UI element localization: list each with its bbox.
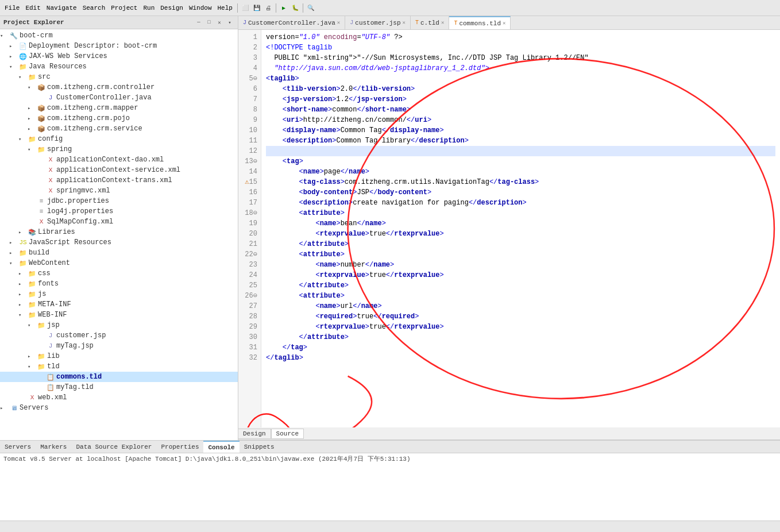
tree-item-build[interactable]: 📁build: [0, 248, 238, 258]
tree-item-jsp[interactable]: 📁jsp: [0, 320, 238, 330]
tab-customer-ctrl-tab[interactable]: JCustomerController.java✕: [238, 16, 345, 29]
toolbar-menu-edit[interactable]: Edit: [23, 5, 43, 11]
panel-maximize-btn[interactable]: □: [204, 18, 214, 27]
project-tree[interactable]: 🔧boot-crm📄Deployment Descriptor: boot-cr…: [0, 29, 238, 440]
expand-icon[interactable]: [28, 363, 37, 371]
toolbar-debug-btn[interactable]: 🐛: [290, 3, 300, 13]
tree-item-mytag-jsp[interactable]: JmyTag.jsp: [0, 341, 238, 351]
tab-close-btn[interactable]: ✕: [441, 20, 444, 26]
tree-item-servers[interactable]: 🖥Servers: [0, 403, 238, 413]
tree-item-customer-jsp[interactable]: Jcustomer.jsp: [0, 330, 238, 341]
toolbar-menu-file[interactable]: File: [2, 5, 22, 11]
source-tab[interactable]: Source: [271, 429, 304, 439]
tree-item-pkg-pojo[interactable]: 📦com.itzheng.crm.pojo: [0, 113, 238, 124]
bottom-tab-markers[interactable]: Markers: [36, 441, 71, 453]
toolbar-menu-help[interactable]: Help: [215, 5, 234, 11]
toolbar-menu-design[interactable]: Design: [158, 5, 186, 11]
design-tab[interactable]: Design: [238, 429, 271, 439]
toolbar-search-btn[interactable]: 🔍: [306, 3, 316, 13]
expand-icon[interactable]: [0, 404, 9, 412]
tree-item-css[interactable]: 📁css: [0, 268, 238, 279]
code-editor[interactable]: 12345⊖678910111213⊖14⚠15161718⊖19202122⊖…: [238, 30, 780, 427]
tree-item-pkg-mapper[interactable]: 📦com.itzheng.crm.mapper: [0, 103, 238, 113]
tree-item-libraries[interactable]: 📚Libraries: [0, 227, 238, 237]
expand-icon[interactable]: [28, 145, 37, 153]
expand-icon[interactable]: [18, 135, 28, 143]
expand-icon[interactable]: [18, 228, 28, 236]
tree-item-web-xml[interactable]: Xweb.xml: [0, 392, 238, 403]
expand-icon[interactable]: [28, 352, 37, 360]
tree-item-js-resources[interactable]: JSJavaScript Resources: [0, 237, 238, 248]
expand-icon[interactable]: [9, 52, 18, 60]
bottom-tab-properties[interactable]: Properties: [156, 441, 203, 453]
expand-icon[interactable]: [9, 249, 18, 257]
tree-item-web-inf[interactable]: 📁WEB-INF: [0, 310, 238, 320]
tree-item-tld-folder[interactable]: 📁tld: [0, 361, 238, 372]
tree-item-java-resources[interactable]: 📁Java Resources: [0, 61, 238, 72]
bottom-tab-servers[interactable]: Servers: [0, 441, 36, 453]
expand-icon[interactable]: [18, 311, 28, 319]
tree-item-sqlmapconfig[interactable]: XSqlMapConfig.xml: [0, 217, 238, 227]
expand-icon[interactable]: [18, 73, 28, 81]
expand-icon[interactable]: [9, 63, 18, 71]
tree-item-appctx-service[interactable]: XapplicationContext-service.xml: [0, 165, 238, 175]
expand-icon[interactable]: [9, 259, 18, 267]
tree-item-mytag-tld[interactable]: 📋myTag.tld: [0, 382, 238, 392]
tree-item-jdbc-prop[interactable]: ≡jdbc.properties: [0, 196, 238, 206]
toolbar-new-btn[interactable]: ⬜: [240, 3, 250, 13]
tree-item-appctx-dao[interactable]: XapplicationContext-dao.xml: [0, 155, 238, 165]
panel-menu-btn[interactable]: ▾: [225, 18, 234, 27]
tab-close-btn[interactable]: ✕: [337, 20, 340, 26]
tab-close-btn[interactable]: ✕: [403, 20, 406, 26]
tree-item-log4j-prop[interactable]: ≡log4j.properties: [0, 206, 238, 217]
tree-item-lib-folder[interactable]: 📁lib: [0, 351, 238, 361]
expand-icon[interactable]: [9, 42, 18, 50]
tab-customer-jsp-tab[interactable]: Jcustomer.jsp✕: [345, 16, 411, 29]
toolbar-menu-search[interactable]: Search: [80, 5, 108, 11]
expand-icon[interactable]: [28, 114, 37, 122]
bottom-tab-snippets[interactable]: Snippets: [240, 441, 279, 453]
tree-item-fonts[interactable]: 📁fonts: [0, 279, 238, 289]
tree-item-jax-ws[interactable]: 🌐JAX-WS Web Services: [0, 51, 238, 61]
expand-icon[interactable]: [0, 32, 9, 40]
toolbar-menu-run[interactable]: Run: [141, 5, 157, 11]
tab-c-tld-tab[interactable]: Tc.tld✕: [411, 16, 449, 29]
code-line-27: <name>url</name>: [266, 301, 775, 311]
expand-icon[interactable]: [28, 83, 37, 91]
expand-icon[interactable]: [18, 280, 28, 288]
tab-close-btn[interactable]: ✕: [503, 20, 505, 26]
tree-item-pkg-service[interactable]: 📦com.itzheng.crm.service: [0, 124, 238, 134]
tree-item-boot-crm[interactable]: 🔧boot-crm: [0, 30, 238, 41]
tree-item-deployment[interactable]: 📄Deployment Descriptor: boot-crm: [0, 41, 238, 51]
tree-item-pkg-controller[interactable]: 📦com.itzheng.crm.controller: [0, 82, 238, 92]
tree-item-src[interactable]: 📁src: [0, 72, 238, 82]
toolbar-run-btn[interactable]: ▶: [279, 3, 289, 13]
expand-icon[interactable]: [28, 125, 37, 133]
expand-icon[interactable]: [28, 104, 37, 112]
tree-item-customer-ctrl[interactable]: JCustomerController.java: [0, 92, 238, 103]
expand-icon[interactable]: [9, 238, 18, 246]
tree-item-appctx-trans[interactable]: XapplicationContext-trans.xml: [0, 175, 238, 186]
tree-item-meta-inf[interactable]: 📁META-INF: [0, 299, 238, 310]
tree-item-config[interactable]: 📁config: [0, 134, 238, 144]
tree-item-commons-tld[interactable]: 📋commons.tld: [0, 372, 238, 382]
expand-icon[interactable]: [18, 300, 28, 309]
tree-item-spring[interactable]: 📁spring: [0, 144, 238, 155]
bottom-tab-data-source-explorer[interactable]: Data Source Explorer: [71, 441, 156, 453]
panel-minimize-btn[interactable]: —: [194, 18, 203, 27]
tree-item-springmvc[interactable]: Xspringmvc.xml: [0, 186, 238, 196]
expand-icon[interactable]: [18, 269, 28, 277]
panel-close-btn[interactable]: ✕: [215, 18, 224, 27]
toolbar-menu-project[interactable]: Project: [109, 5, 140, 11]
tab-commons-tld-tab[interactable]: Tcommons.tld✕: [449, 16, 511, 29]
expand-icon[interactable]: [18, 290, 28, 298]
toolbar-print-btn[interactable]: 🖨: [263, 3, 273, 13]
expand-icon[interactable]: [28, 321, 37, 329]
toolbar-save-btn[interactable]: 💾: [252, 3, 262, 13]
bottom-tab-console[interactable]: Console: [203, 441, 239, 453]
toolbar-menu-window[interactable]: Window: [187, 5, 214, 11]
tree-item-js-folder[interactable]: 📁js: [0, 289, 238, 299]
tree-item-webcontent[interactable]: 📁WebContent: [0, 258, 238, 268]
bottom-tabs: ServersMarkersData Source ExplorerProper…: [0, 441, 780, 453]
toolbar-menu-navigate[interactable]: Navigate: [44, 5, 79, 11]
